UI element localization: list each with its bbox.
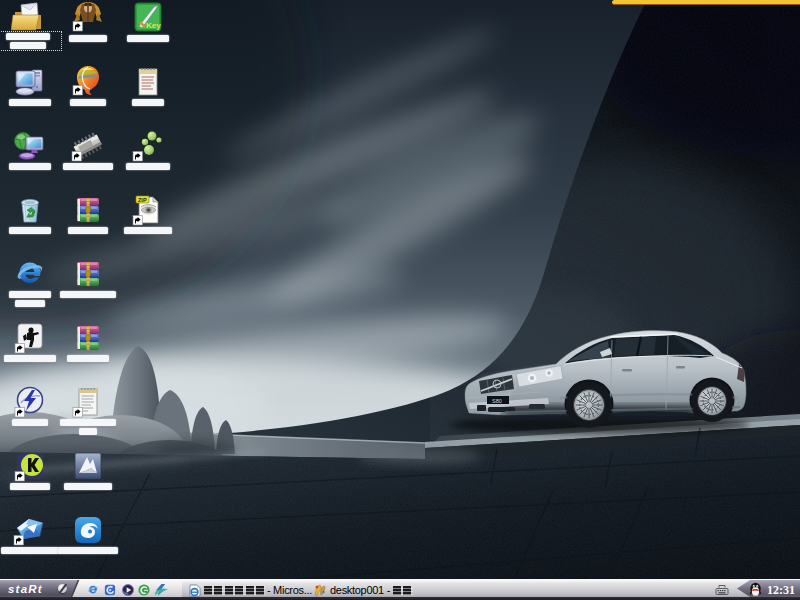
svg-text:staRt: staRt	[8, 583, 43, 595]
svg-text:Key: Key	[146, 21, 161, 30]
svg-text:12:31: 12:31	[767, 583, 795, 597]
svg-text:ZIP: ZIP	[138, 197, 147, 203]
svg-text:S80: S80	[492, 398, 502, 404]
